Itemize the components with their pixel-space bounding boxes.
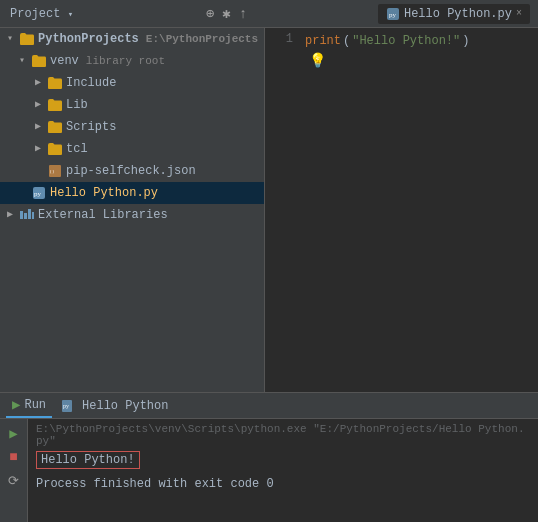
folder-scripts-icon	[47, 120, 63, 134]
bottom-toolbar: ▶ ■ ⟳	[0, 419, 28, 522]
paren-close: )	[462, 34, 469, 48]
project-root-path: E:\PythonProjects	[146, 33, 258, 45]
svg-rect-6	[20, 211, 23, 219]
chevron-right-icon: ▶	[32, 143, 44, 155]
svg-text:py: py	[34, 190, 42, 198]
rerun-button[interactable]: ⟳	[4, 471, 24, 491]
tree-root-project[interactable]: ▾ PythonProjects E:\PythonProjects	[0, 28, 264, 50]
chevron-right-icon: ▶	[32, 77, 44, 89]
sync-icon[interactable]: ↑	[237, 4, 249, 24]
folder-venv-icon	[31, 54, 47, 68]
run-result-text: Hello Python!	[36, 451, 140, 469]
folder-tcl-icon	[47, 142, 63, 156]
run-config-icon: py	[60, 399, 74, 413]
main-layout: ▾ PythonProjects E:\PythonProjects ▾ ven…	[0, 28, 538, 392]
chevron-down-icon: ▾	[16, 55, 28, 67]
ext-libraries-icon	[19, 208, 35, 222]
title-bar: Project ▾ ⊕ ✱ ↑ py Hello Python.py ×	[0, 0, 538, 28]
editor-area: 1 print ( "Hello Python!" ) 💡	[265, 28, 538, 392]
tab-label: Hello Python.py	[404, 7, 512, 21]
svg-text:{}: {}	[50, 169, 55, 174]
tree-include[interactable]: ▶ Include	[0, 72, 264, 94]
tab-run[interactable]: ▶ Run	[6, 393, 52, 418]
svg-text:py: py	[389, 11, 397, 19]
python-file-icon: py	[31, 186, 47, 200]
chevron-down-icon: ▾	[68, 10, 73, 20]
project-label: Project	[10, 7, 60, 21]
editor-tab-hello-python[interactable]: py Hello Python.py ×	[378, 4, 530, 24]
play-button[interactable]: ▶	[4, 423, 24, 443]
tree-tcl[interactable]: ▶ tcl	[0, 138, 264, 160]
venv-sublabel: library root	[86, 55, 165, 67]
chevron-down-icon: ▾	[4, 33, 16, 45]
lib-label: Lib	[66, 98, 88, 112]
line-numbers: 1	[265, 32, 301, 69]
title-bar-left: Project ▾ ⊕ ✱ ↑ py Hello Python.py ×	[8, 3, 530, 24]
venv-label: venv	[50, 54, 79, 68]
tree-scripts[interactable]: ▶ Scripts	[0, 116, 264, 138]
svg-rect-7	[24, 213, 27, 219]
tree-hello-python[interactable]: ▶ py Hello Python.py	[0, 182, 264, 204]
settings-icon[interactable]: ✱	[220, 3, 232, 24]
bottom-content: ▶ ■ ⟳ E:\PythonProjects\venv\Scripts\pyt…	[0, 419, 538, 522]
bottom-tabs: ▶ Run py Hello Python	[0, 393, 538, 419]
add-icon[interactable]: ⊕	[204, 3, 216, 24]
code-line-1: print ( "Hello Python!" )	[305, 32, 538, 50]
tree-lib[interactable]: ▶ Lib	[0, 94, 264, 116]
json-file-icon: {}	[47, 164, 63, 178]
run-output: E:\PythonProjects\venv\Scripts\python.ex…	[28, 419, 538, 522]
scripts-label: Scripts	[66, 120, 116, 134]
string-literal: "Hello Python!"	[352, 34, 460, 48]
tree-external-libraries[interactable]: ▶ External Libraries	[0, 204, 264, 226]
include-label: Include	[66, 76, 116, 90]
svg-rect-9	[32, 212, 34, 219]
bottom-panel: ▶ Run py Hello Python ▶ ■ ⟳ E:\PythonPro…	[0, 392, 538, 522]
run-config-label: Hello Python	[82, 399, 168, 413]
ext-libraries-label: External Libraries	[38, 208, 168, 222]
keyword-print: print	[305, 34, 341, 48]
folder-icon	[19, 32, 35, 46]
folder-lib-icon	[47, 98, 63, 112]
project-dropdown[interactable]: Project ▾	[8, 5, 75, 23]
editor-content: 1 print ( "Hello Python!" ) 💡	[265, 28, 538, 73]
python-file-tab-icon: py	[386, 7, 400, 21]
folder-include-icon	[47, 76, 63, 90]
run-tab-icon: ▶	[12, 396, 20, 413]
pip-label: pip-selfcheck.json	[66, 164, 196, 178]
line-number-1: 1	[265, 32, 293, 46]
svg-text:py: py	[63, 403, 69, 409]
chevron-right-icon: ▶	[32, 121, 44, 133]
hello-python-label: Hello Python.py	[50, 186, 158, 200]
chevron-right-icon: ▶	[32, 99, 44, 111]
svg-rect-8	[28, 209, 31, 219]
tab-close-button[interactable]: ×	[516, 8, 522, 19]
tcl-label: tcl	[66, 142, 88, 156]
run-command: E:\PythonProjects\venv\Scripts\python.ex…	[36, 423, 530, 447]
stop-button[interactable]: ■	[4, 447, 24, 467]
project-sidebar: ▾ PythonProjects E:\PythonProjects ▾ ven…	[0, 28, 265, 392]
code-area[interactable]: print ( "Hello Python!" ) 💡	[301, 32, 538, 69]
paren-open: (	[343, 34, 350, 48]
chevron-right-icon: ▶	[4, 209, 16, 221]
tree-pip-json[interactable]: ▶ {} pip-selfcheck.json	[0, 160, 264, 182]
lightbulb-hint: 💡	[305, 52, 538, 69]
run-result-line: Hello Python!	[36, 451, 530, 473]
exit-code-text: Process finished with exit code 0	[36, 477, 530, 491]
project-root-label: PythonProjects	[38, 32, 139, 46]
run-tab-label: Run	[24, 398, 46, 412]
tree-venv[interactable]: ▾ venv library root	[0, 50, 264, 72]
